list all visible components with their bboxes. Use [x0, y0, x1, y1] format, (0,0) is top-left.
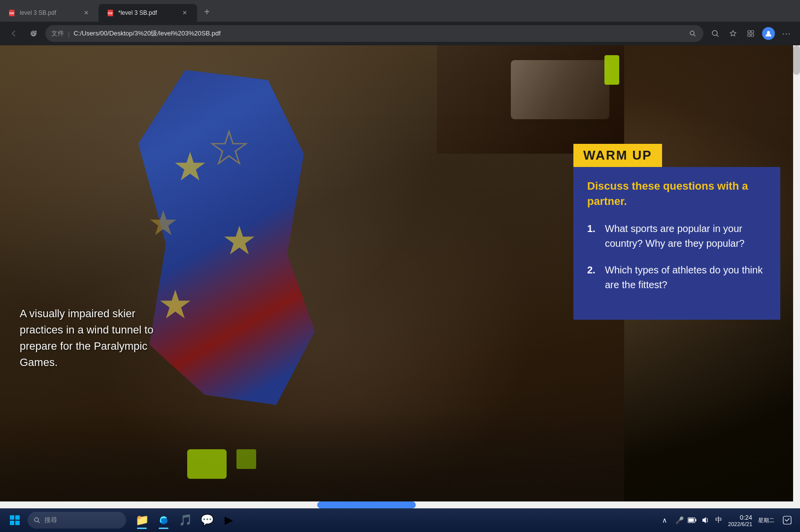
start-button[interactable] — [6, 511, 24, 529]
warm-up-label: WARM UP — [573, 144, 662, 167]
settings-button[interactable]: ⋯ — [778, 26, 794, 41]
refresh-button[interactable] — [26, 26, 41, 41]
tab-1-title: level 3 SB.pdf — [20, 9, 78, 16]
new-tab-button[interactable]: + — [199, 4, 215, 20]
address-text: C:/Users/00/Desktop/3%20级/level%203%20SB… — [73, 29, 684, 38]
edge-icon — [158, 515, 169, 526]
profile-button[interactable] — [761, 26, 776, 41]
tab-1[interactable]: PDF level 3 SB.pdf ✕ — [0, 4, 99, 22]
tab-2-favicon: PDF — [106, 9, 114, 17]
favorites-star-button[interactable] — [725, 26, 741, 41]
volume-icon[interactable] — [700, 516, 709, 525]
star-decoration-5: ★ — [148, 203, 179, 243]
vertical-scrollbar[interactable] — [793, 45, 800, 508]
address-separator: | — [68, 30, 69, 37]
taskbar-search-placeholder: 搜尋 — [44, 516, 57, 525]
clock-time: 0:24 — [728, 514, 752, 521]
taskbar-clock[interactable]: 0:24 2022/6/21 — [728, 514, 752, 527]
star-decoration-1: ★ — [172, 144, 208, 190]
tab-2-title: *level 3 SB.pdf — [118, 9, 176, 16]
warm-up-intro: Discuss these questions with a partner. — [587, 179, 767, 209]
question-item-2: 2. Which types of athletes do you think … — [587, 263, 767, 292]
taskbar-wechat[interactable]: 💬 — [197, 510, 217, 530]
horizontal-scrollbar[interactable] — [0, 501, 793, 508]
svg-rect-14 — [696, 519, 697, 522]
question-1-text: What sports are popular in your country?… — [605, 221, 767, 251]
taskbar-edge[interactable] — [154, 510, 173, 530]
ime-indicator[interactable]: 中 — [715, 516, 722, 525]
warm-up-content: Discuss these questions with a partner. … — [573, 167, 780, 320]
clock-date: 2022/6/21 — [728, 521, 752, 527]
question-1-num: 1. — [587, 221, 599, 251]
battery-icon[interactable] — [688, 516, 697, 525]
app3-icon: 🎵 — [179, 514, 192, 527]
svg-rect-8 — [748, 34, 750, 36]
tab-bar: PDF level 3 SB.pdf ✕ PDF *level 3 SB.pdf… — [0, 0, 800, 22]
star-decoration-4: ☆ — [207, 119, 251, 177]
file-explorer-icon: 📁 — [135, 514, 149, 527]
scrollbar-thumb[interactable] — [793, 45, 800, 75]
app5-icon: ▶ — [225, 514, 233, 527]
svg-rect-6 — [748, 31, 750, 33]
question-item-1: 1. What sports are popular in your count… — [587, 221, 767, 251]
tab-1-favicon: PDF — [8, 9, 16, 17]
svg-rect-16 — [783, 516, 791, 524]
taskbar-search[interactable]: 搜尋 — [28, 512, 126, 529]
day-of-week: 星期二 — [758, 517, 774, 524]
system-tray: 🎤 — [675, 516, 709, 525]
star-decoration-2: ★ — [222, 218, 257, 264]
collections-button[interactable] — [743, 26, 759, 41]
browser-chrome: PDF level 3 SB.pdf ✕ PDF *level 3 SB.pdf… — [0, 0, 800, 45]
svg-point-4 — [690, 31, 694, 35]
search-button[interactable] — [707, 26, 723, 41]
svg-text:PDF: PDF — [108, 12, 113, 15]
mic-icon[interactable]: 🎤 — [675, 516, 684, 525]
sys-tray-expand[interactable]: ∧ — [660, 516, 669, 525]
notification-button[interactable] — [780, 513, 794, 527]
question-list: 1. What sports are popular in your count… — [587, 221, 767, 292]
svg-rect-15 — [689, 519, 694, 522]
equipment-area — [437, 45, 624, 154]
nav-bar: 文件 | C:/Users/00/Desktop/3%20级/level%203… — [0, 22, 800, 45]
pdf-viewer: ★ ★ ★ ☆ ★ A visually impaired skier prac… — [0, 45, 800, 508]
ime-lang: 中 — [715, 516, 722, 525]
windows-icon — [10, 515, 20, 525]
back-button[interactable] — [6, 26, 22, 41]
nav-icons: ⋯ — [707, 26, 794, 41]
tab-2-close[interactable]: ✕ — [180, 8, 189, 17]
address-file-label: 文件 — [51, 29, 64, 38]
svg-point-11 — [34, 518, 38, 522]
notification-icon — [783, 516, 792, 525]
taskbar-file-explorer[interactable]: 📁 — [132, 510, 152, 530]
svg-rect-7 — [751, 31, 754, 33]
question-2-num: 2. — [587, 263, 599, 292]
taskbar-app3[interactable]: 🎵 — [175, 510, 195, 530]
taskbar-apps: 📁 🎵 💬 ▶ — [132, 510, 238, 530]
taskbar-app5[interactable]: ▶ — [219, 510, 238, 530]
taskbar-search-icon — [33, 517, 40, 524]
address-bar[interactable]: 文件 | C:/Users/00/Desktop/3%20级/level%203… — [45, 25, 703, 42]
wechat-icon: 💬 — [200, 514, 214, 527]
svg-rect-9 — [751, 34, 754, 36]
taskbar-right: ∧ 🎤 中 0:24 202 — [660, 513, 794, 527]
profile-avatar — [762, 27, 775, 40]
warm-up-container: WARM UP Discuss these questions with a p… — [573, 144, 780, 320]
tab-2[interactable]: PDF *level 3 SB.pdf ✕ — [99, 4, 197, 22]
svg-text:PDF: PDF — [9, 12, 15, 15]
image-caption: A visually impaired skier practices in a… — [20, 305, 177, 370]
caption-text: A visually impaired skier practices in a… — [20, 307, 154, 368]
taskbar: 搜尋 📁 🎵 💬 ▶ ∧ 🎤 — [0, 508, 800, 532]
tab-1-close[interactable]: ✕ — [82, 8, 91, 17]
skier-visual: ★ ★ ★ ☆ ★ — [0, 45, 624, 508]
horizontal-scrollbar-thumb[interactable] — [317, 501, 416, 508]
question-2-text: Which types of athletes do you think are… — [605, 263, 767, 292]
search-icon-inline[interactable] — [688, 29, 698, 38]
